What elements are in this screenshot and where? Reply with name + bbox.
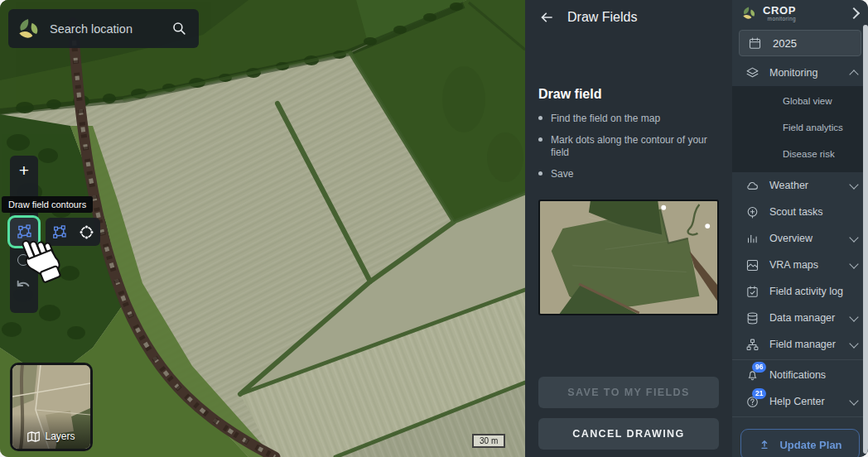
notifications-badge: 96 (752, 362, 766, 373)
search-bar[interactable]: Search location (8, 9, 199, 48)
crop-monitoring-app: Search location + Draw field contours (0, 0, 868, 457)
step-text: Save (551, 168, 573, 181)
layers-icon (745, 65, 760, 80)
sidebar-item-vra-maps[interactable]: VRA maps (732, 252, 868, 278)
map-canvas[interactable]: Search location + Draw field contours (0, 0, 525, 457)
search-input[interactable]: Search location (50, 22, 163, 36)
update-plan-label: Update Plan (779, 439, 841, 451)
layers-minimap[interactable]: Layers (10, 363, 93, 451)
back-arrow-icon (538, 9, 555, 26)
scrollbar[interactable] (863, 25, 868, 454)
app-logo-icon (15, 16, 41, 42)
season-selector[interactable]: 2025 (739, 30, 861, 56)
chevron-up-icon (849, 70, 858, 79)
back-button[interactable] (538, 9, 555, 26)
chevron-down-icon (849, 180, 858, 189)
bullet-dot (538, 116, 542, 120)
sidebar-item-field-manager[interactable]: Field manager (732, 331, 868, 358)
chevron-down-icon (849, 259, 858, 268)
chevron-down-icon (849, 339, 858, 348)
panel-header: Draw Fields (525, 0, 732, 32)
chevron-down-icon (849, 312, 858, 321)
panel-title: Draw Fields (567, 10, 637, 25)
instruction-step: Mark dots along the contour of your fiel… (538, 134, 719, 160)
logo-title: CROP (763, 5, 796, 16)
circle-tool-button[interactable] (75, 219, 99, 244)
snap-tool-icon[interactable] (17, 254, 29, 266)
draw-polygon-icon (15, 223, 33, 241)
sidebar-item-label: Scout tasks (769, 206, 857, 218)
cloud-icon (745, 178, 760, 193)
sidebar-item-help-center[interactable]: 21 Help Center (732, 388, 868, 415)
bar-chart-icon (745, 231, 760, 246)
help-icon: 21 (745, 394, 760, 409)
map-scale: 30 m (472, 434, 505, 448)
crop-monitoring-logo-icon (740, 5, 757, 22)
sidebar-item-overview[interactable]: Overview (732, 225, 868, 252)
sidebar-item-scout-tasks[interactable]: Scout tasks (732, 199, 868, 225)
help-center-badge: 21 (752, 388, 766, 399)
step-text: Find the field on the map (551, 113, 660, 126)
sidebar-item-label: Notifications (769, 369, 857, 381)
instruction-step: Save (538, 168, 719, 181)
instruction-step: Find the field on the map (538, 113, 719, 126)
sidebar-item-notifications[interactable]: 96 Notifications (732, 362, 868, 388)
zoom-in-button[interactable]: + (10, 157, 38, 184)
save-to-my-fields-button[interactable]: SAVE TO MY FIELDS (538, 377, 719, 408)
sidebar-item-weather[interactable]: Weather (732, 172, 868, 199)
calendar-check-icon (745, 284, 760, 299)
monitoring-submenu: Global view Field analytics Disease risk (732, 86, 868, 172)
sidebar-item-label: Data manager (769, 312, 841, 324)
bullet-dot (538, 171, 542, 176)
sidebar-item-data-manager[interactable]: Data manager (732, 305, 868, 331)
sidebar-item-monitoring[interactable]: Monitoring (732, 60, 868, 86)
sidebar-item-label: Field manager (769, 339, 841, 350)
map-scale-label: 30 m (480, 436, 498, 445)
draw-fields-panel: Draw Fields Draw field Find the field on… (525, 0, 732, 457)
sidebar-item-label: Weather (769, 180, 841, 191)
sidebar-item-label: VRA maps (769, 259, 841, 271)
season-year: 2025 (773, 37, 797, 50)
sidebar-item-label: Monitoring (769, 67, 841, 79)
collapse-sidebar-icon[interactable] (848, 7, 860, 19)
bullet-dot (538, 137, 542, 142)
sidebar-divider (732, 359, 868, 360)
chevron-down-icon (849, 233, 858, 242)
circle-tool-icon (78, 224, 95, 241)
hierarchy-icon (745, 337, 760, 352)
field-example-image (538, 200, 719, 315)
chevron-down-icon (849, 396, 858, 405)
submenu-item-disease-risk[interactable]: Disease risk (732, 141, 868, 167)
shape-tools-group (46, 218, 100, 246)
cancel-drawing-button[interactable]: CANCEL DRAWING (538, 418, 719, 450)
update-plan-button[interactable]: Update Plan (740, 429, 860, 457)
draw-contours-tooltip: Draw field contours (2, 196, 93, 213)
calendar-icon (748, 36, 762, 51)
layers-map-icon (27, 431, 40, 442)
submenu-item-global-view[interactable]: Global view (732, 88, 868, 114)
sidebar: CROP monitoring 2025 Monitoring (732, 0, 868, 457)
edit-polygon-tool-button[interactable] (47, 219, 72, 244)
layers-label: Layers (45, 431, 75, 442)
instructions-title: Draw field (538, 87, 719, 102)
sidebar-logo-row: CROP monitoring (732, 0, 868, 25)
sidebar-item-label: Overview (769, 233, 841, 244)
sidebar-item-field-activity-log[interactable]: Field activity log (732, 278, 868, 305)
panel-buttons: SAVE TO MY FIELDS CANCEL DRAWING (525, 377, 732, 457)
undo-icon (14, 279, 32, 294)
search-icon[interactable] (171, 21, 187, 36)
image-map-icon (745, 257, 760, 272)
sidebar-item-label: Field activity log (769, 286, 857, 297)
logo-subtitle: monitoring (768, 17, 796, 22)
undo-button[interactable] (14, 279, 32, 297)
database-icon (745, 310, 760, 325)
sidebar-item-label: Help Center (769, 396, 841, 407)
scout-pin-icon (745, 204, 760, 219)
step-text: Mark dots along the contour of your fiel… (551, 134, 719, 160)
edit-polygon-icon (51, 224, 68, 241)
draw-polygon-tool-button[interactable] (7, 215, 41, 248)
upload-icon (758, 438, 771, 451)
sidebar-divider (732, 416, 868, 417)
bell-icon: 96 (745, 368, 760, 382)
submenu-item-field-analytics[interactable]: Field analytics (732, 114, 868, 141)
